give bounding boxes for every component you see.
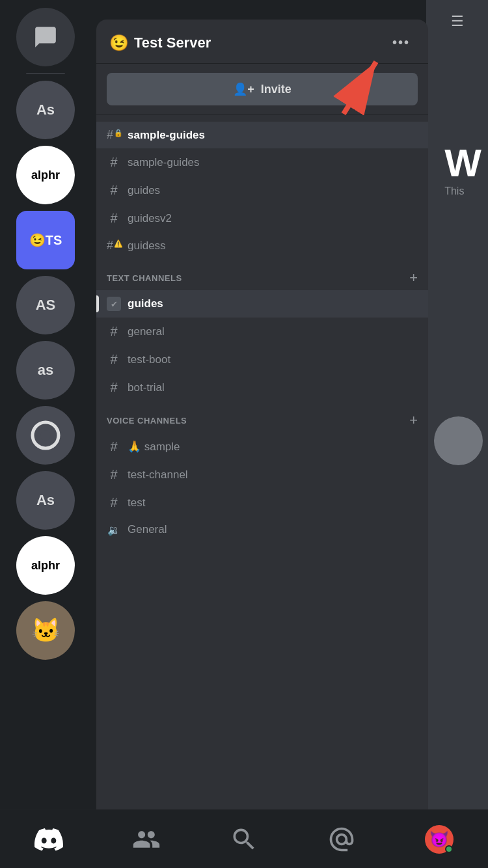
server-initial-as: AS — [36, 297, 56, 314]
nav-mentions[interactable] — [327, 825, 356, 854]
hash-icon: # — [107, 439, 121, 454]
voice-channels-label: VOICE CHANNELS — [107, 416, 187, 426]
volume-icon: 🔉 — [107, 524, 121, 536]
channel-test-channel[interactable]: # test-channel — [96, 461, 428, 489]
nav-friends[interactable] — [132, 825, 161, 854]
channel-name: General — [128, 523, 167, 536]
server-initial-alphr: alphr — [31, 169, 60, 182]
server-header: 😉 Test Server ••• — [96, 20, 428, 64]
server-ts-label: 😉TS — [29, 232, 62, 248]
svg-point-1 — [40, 430, 51, 441]
channel-name: guidess — [128, 239, 166, 252]
hash-icon: # — [107, 324, 121, 339]
channel-name: guidesv2 — [128, 212, 172, 225]
channel-guides-tc[interactable]: ✔ guides — [96, 290, 428, 318]
right-panel-avatar — [434, 416, 483, 465]
server-name: Test Server — [134, 34, 211, 51]
text-channels-header: TEXT CHANNELS + — [96, 259, 428, 290]
invite-section: 👤+ Invite — [96, 64, 428, 115]
channel-list: # 🔒 sample-guides # sample-guides # guid… — [96, 115, 428, 549]
hash-icon: # — [107, 155, 121, 170]
server-initial-as-light: As — [36, 492, 55, 509]
hash-icon: # — [107, 495, 121, 510]
nav-profile[interactable]: 😈 — [425, 825, 454, 854]
sidebar-item-alphr[interactable]: alphr — [16, 146, 75, 204]
channel-sample-guides[interactable]: # sample-guides — [96, 148, 428, 176]
right-panel-letter: W — [438, 141, 481, 185]
channel-name: 🙏 sample — [128, 440, 180, 454]
channel-name: general — [128, 325, 165, 338]
server-initial-as-small: as — [38, 362, 53, 379]
sidebar-divider — [26, 73, 65, 74]
discord-logo-icon — [34, 825, 63, 854]
sidebar-item-as-small[interactable]: as — [16, 341, 75, 400]
sidebar-item-chat[interactable] — [16, 8, 75, 66]
hash-icon: # — [107, 211, 121, 226]
add-text-channel-button[interactable]: + — [409, 271, 418, 285]
server-title: 😉 Test Server — [109, 34, 211, 52]
channel-sample-voice[interactable]: # 🙏 sample — [96, 433, 428, 461]
pet-icon: 🐱 — [31, 617, 61, 644]
nav-home[interactable] — [34, 825, 63, 854]
chat-bubble-icon — [33, 25, 58, 49]
channel-name: guides — [128, 184, 160, 197]
server-emoji: 😉 — [109, 34, 129, 52]
sidebar-item-pet[interactable]: 🐱 — [16, 601, 75, 660]
invite-button[interactable]: 👤+ Invite — [107, 73, 418, 105]
channel-general[interactable]: # general — [96, 318, 428, 346]
channel-bot-trial[interactable]: # bot-trial — [96, 373, 428, 401]
search-icon — [230, 825, 258, 854]
channel-name: test-boot — [128, 353, 170, 366]
active-channel-indicator — [96, 295, 99, 312]
circle-o-icon — [29, 419, 62, 452]
checkbox-icon: ✔ — [107, 297, 121, 311]
sidebar-item-circle[interactable] — [16, 406, 75, 465]
right-panel: ☰ W This — [426, 0, 488, 868]
text-channels-label: TEXT CHANNELS — [107, 273, 182, 283]
online-status-dot — [445, 845, 453, 853]
channel-test[interactable]: # test — [96, 489, 428, 517]
channel-name: sample-guides — [128, 129, 205, 142]
channel-name: guides — [128, 297, 163, 310]
profile-avatar: 😈 — [425, 825, 454, 854]
server-list: As alphr 😉TS AS as As alphr 🐱 — [0, 0, 91, 868]
voice-channels-header: VOICE CHANNELS + — [96, 401, 428, 433]
sidebar-item-as-gray[interactable]: As — [16, 81, 75, 139]
channel-guidesv2[interactable]: # guidesv2 — [96, 204, 428, 232]
channel-name: bot-trial — [128, 381, 165, 394]
hash-icon: # — [107, 380, 121, 395]
hash-icon: # — [107, 352, 121, 367]
nav-search[interactable] — [230, 825, 258, 854]
channel-name: test-channel — [128, 468, 188, 481]
friends-icon — [132, 825, 161, 854]
invite-icon: 👤+ — [233, 82, 254, 96]
mention-icon — [327, 825, 356, 854]
channel-name: sample-guides — [128, 156, 200, 169]
more-options-button[interactable]: ••• — [387, 33, 415, 53]
server-panel: 😉 Test Server ••• 👤+ Invite # — [96, 20, 428, 846]
sidebar-item-as-dark[interactable]: AS — [16, 276, 75, 334]
sidebar-item-alphr2[interactable]: alphr — [16, 536, 75, 595]
server-initial-alphr2: alphr — [31, 559, 60, 573]
channel-test-boot[interactable]: # test-boot — [96, 346, 428, 373]
sidebar-item-ts[interactable]: 😉TS — [16, 211, 75, 269]
invite-label: Invite — [261, 83, 291, 96]
channel-general-voice[interactable]: 🔉 General — [96, 517, 428, 543]
add-voice-channel-button[interactable]: + — [409, 413, 418, 427]
channel-guidess[interactable]: # ⚠️ guidess — [96, 232, 428, 259]
notification-dot — [67, 652, 74, 658]
channel-sample-guides-locked[interactable]: # 🔒 sample-guides — [96, 122, 428, 148]
channel-name: test — [128, 496, 145, 509]
bottom-nav: 😈 — [0, 809, 488, 868]
right-panel-content: W This — [433, 141, 481, 197]
hamburger-icon[interactable]: ☰ — [451, 13, 464, 30]
server-initial: As — [36, 102, 55, 118]
sidebar-item-as-light[interactable]: As — [16, 471, 75, 530]
hash-alert-icon: # ⚠️ — [107, 239, 121, 252]
hash-lock-icon: # 🔒 — [107, 128, 121, 142]
channel-guides-uncat[interactable]: # guides — [96, 176, 428, 204]
right-panel-subtext: This — [438, 185, 481, 197]
hash-icon: # — [107, 467, 121, 482]
hash-icon: # — [107, 183, 121, 198]
